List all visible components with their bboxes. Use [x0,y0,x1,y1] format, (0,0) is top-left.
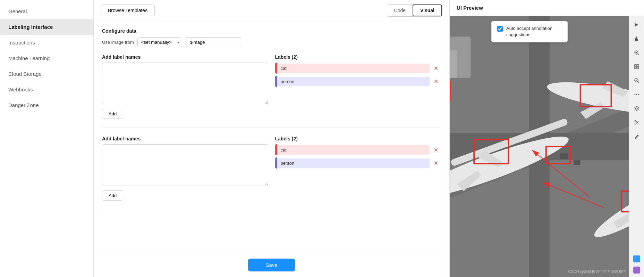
label-left-2: Add label names Add [102,136,268,201]
code-toggle-button[interactable]: Code [387,5,413,16]
label-right-1: Labels (2) cat ✕ person ✕ [275,54,441,119]
svg-rect-19 [587,150,595,155]
image-source-select-wrapper: <set manually> [137,37,182,47]
labels-header-2: Labels (2) [275,136,441,141]
image-source-select[interactable]: <set manually> [137,37,182,47]
label-item-person-2: person ✕ [275,157,441,169]
svg-point-42 [636,94,637,95]
save-button[interactable]: Save [248,259,295,271]
label-remove-cat-1[interactable]: ✕ [431,65,441,72]
pen-tool-button[interactable] [631,131,642,142]
configure-title: Configure data [102,28,441,34]
add-label-title-2: Add label names [102,136,268,141]
svg-point-44 [635,121,636,122]
svg-rect-36 [635,67,636,69]
svg-rect-34 [635,65,636,66]
zoom-in-tool-button[interactable] [631,47,642,58]
label-item-cat-2: cat ✕ [275,144,441,155]
sidebar-item-danger-zone[interactable]: Danger Zone [0,97,93,113]
sidebar-item-cloud-storage[interactable]: Cloud Storage [0,66,93,82]
preview-body: Auto accept annotation suggestions [450,16,644,277]
add-label-title-1: Add label names [102,54,268,60]
label-text-person-1: person [277,77,430,86]
label-remove-person-1[interactable]: ✕ [431,78,441,85]
label-section-1: Add label names Add Labels (2) cat ✕ per… [102,54,441,128]
svg-point-43 [638,94,639,95]
label-section-2: Add label names Add Labels (2) cat ✕ per… [102,136,441,209]
label-item-cat-1: cat ✕ [275,63,441,74]
svg-rect-25 [450,81,450,100]
label-text-cat-2: cat [277,145,430,155]
preview-image-area: Auto accept annotation suggestions [450,16,629,277]
sidebar: General Labeling Interface Instructions … [0,0,94,277]
preview-header: UI Preview [450,0,644,16]
purple-color-dot[interactable] [633,267,640,274]
use-image-label: Use image from [102,40,134,45]
visual-toggle-button[interactable]: Visual [413,5,442,16]
svg-point-45 [635,123,636,124]
svg-point-41 [634,94,635,95]
airport-preview-image [450,16,629,277]
auto-accept-checkbox[interactable] [497,26,503,32]
sidebar-item-instructions[interactable]: Instructions [0,35,93,50]
label-item-person-1: person ✕ [275,76,441,87]
save-section: Save [94,253,449,277]
zoom-out-tool-button[interactable] [631,75,642,86]
watermark: CSDN @愿你被这个世界温暖相待 [568,269,626,274]
layers-tool-button[interactable] [631,103,642,114]
svg-rect-18 [574,160,581,165]
sidebar-item-labeling-interface[interactable]: Labeling Interface [0,19,93,35]
grid-tool-button[interactable] [631,61,642,72]
svg-rect-6 [450,50,457,78]
toolbar: Browse Templates Code Visual [94,0,449,21]
svg-line-39 [637,82,639,83]
sidebar-item-webhooks[interactable]: Webhooks [0,82,93,97]
label-remove-cat-2[interactable]: ✕ [431,147,441,153]
code-visual-toggle: Code Visual [387,4,442,17]
main-content: Browse Templates Code Visual Configure d… [94,0,450,277]
label-textarea-1[interactable] [102,63,268,104]
label-textarea-2[interactable] [102,144,268,186]
scissors-tool-button[interactable] [631,117,642,128]
dots-tool-button[interactable] [631,89,642,100]
image-var-input[interactable] [186,37,241,47]
content-body: Configure data Use image from <set manua… [94,21,449,253]
svg-rect-17 [560,153,568,159]
label-text-person-2: person [277,158,430,168]
add-button-2[interactable]: Add [102,190,123,201]
tooltip-text: Auto accept annotation suggestions [506,25,562,38]
hand-tool-button[interactable] [631,33,642,44]
labels-header-1: Labels (2) [275,54,441,60]
configure-row: Use image from <set manually> [102,37,441,47]
preview-panel: UI Preview [450,0,644,277]
svg-rect-35 [637,65,639,66]
sidebar-item-general[interactable]: General [0,3,93,19]
blue-color-dot[interactable] [633,255,640,262]
svg-rect-37 [637,67,639,69]
right-toolbar [629,16,644,277]
cursor-tool-button[interactable] [631,19,642,31]
label-right-2: Labels (2) cat ✕ person ✕ [275,136,441,201]
browse-templates-button[interactable]: Browse Templates [101,5,155,16]
label-remove-person-2[interactable]: ✕ [431,160,441,166]
add-button-1[interactable]: Add [102,109,123,119]
label-left-1: Add label names Add [102,54,268,119]
annotation-tooltip: Auto accept annotation suggestions [491,21,568,42]
svg-line-31 [637,54,639,55]
label-text-cat-1: cat [277,64,430,73]
sidebar-item-machine-learning[interactable]: Machine Learning [0,50,93,66]
